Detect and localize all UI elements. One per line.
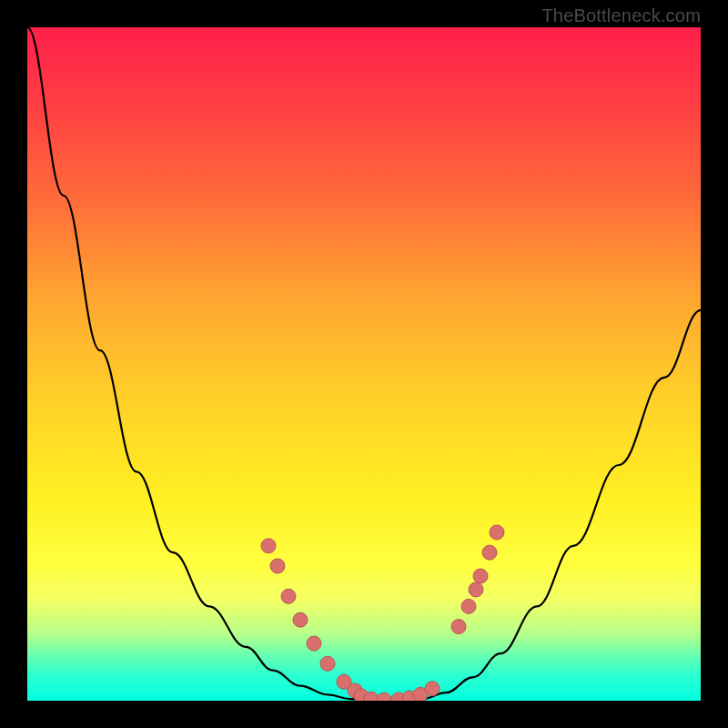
data-marker bbox=[270, 559, 285, 573]
data-marker bbox=[425, 682, 440, 696]
data-marker bbox=[261, 539, 276, 553]
data-marker bbox=[293, 612, 308, 627]
plot-area bbox=[27, 27, 701, 701]
data-marker bbox=[451, 620, 466, 634]
data-marker bbox=[320, 656, 335, 671]
data-marker bbox=[377, 693, 391, 701]
chart-frame: TheBottleneck.com bbox=[0, 0, 728, 728]
data-marker bbox=[473, 569, 488, 583]
curve-markers bbox=[261, 525, 504, 701]
chart-svg bbox=[27, 27, 701, 701]
watermark-text: TheBottleneck.com bbox=[541, 5, 701, 26]
bottleneck-curve bbox=[27, 27, 701, 701]
data-marker bbox=[307, 636, 321, 651]
data-marker bbox=[461, 599, 476, 613]
data-marker bbox=[482, 545, 497, 560]
data-marker bbox=[281, 589, 296, 603]
data-marker bbox=[490, 525, 504, 540]
data-marker bbox=[469, 582, 483, 597]
